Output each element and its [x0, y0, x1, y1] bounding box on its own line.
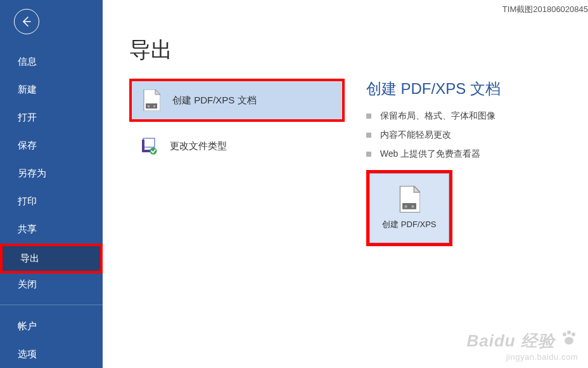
nav-label: 打印 [18, 195, 37, 206]
svg-rect-13 [412, 206, 414, 208]
svg-marker-2 [155, 89, 160, 95]
nav-label: 选项 [18, 348, 37, 359]
nav-label: 导出 [20, 253, 39, 263]
option-label: 创建 PDF/XPS 文档 [172, 95, 257, 107]
page-pdf-icon [141, 88, 162, 113]
bullet-text: 保留布局、格式、字体和图像 [380, 110, 495, 122]
bullet-icon [366, 152, 371, 157]
nav-list: 信息 新建 打开 保存 另存为 打印 共享 导出 关闭 [0, 49, 103, 297]
bullet-icon [366, 133, 371, 138]
nav-label: 关闭 [18, 279, 37, 289]
annotation-highlight: 创建 PDF/XPS 文档 [129, 79, 345, 122]
svg-rect-4 [148, 105, 150, 107]
page-title: 导出 [129, 36, 575, 65]
page-pdf-icon [399, 186, 420, 213]
nav-export[interactable]: 导出 [3, 246, 100, 271]
nav-open[interactable]: 打开 [0, 105, 103, 130]
annotation-highlight: 导出 [0, 244, 103, 273]
nav-separator [0, 305, 103, 305]
window-title: TIM截图201806020845 [502, 3, 588, 16]
create-pdf-xps-button[interactable]: 创建 PDF/XPS [369, 173, 449, 243]
backstage-sidebar: 信息 新建 打开 保存 另存为 打印 共享 导出 关闭 帐户 选项 [0, 0, 103, 368]
bullet-item: 内容不能轻易更改 [366, 126, 575, 145]
svg-rect-12 [405, 206, 407, 208]
svg-rect-3 [146, 103, 157, 108]
nav-label: 共享 [18, 223, 37, 234]
nav-label: 帐户 [18, 320, 37, 331]
bullet-item: 保留布局、格式、字体和图像 [366, 107, 575, 126]
nav-footer-list: 帐户 选项 [0, 314, 103, 367]
nav-share[interactable]: 共享 [0, 217, 103, 242]
back-button[interactable] [14, 9, 39, 34]
bullet-text: 内容不能轻易更改 [380, 129, 451, 141]
bullet-item: Web 上提供了免费查看器 [366, 145, 575, 164]
button-label: 创建 PDF/XPS [382, 219, 436, 230]
main-panel: 导出 创建 PDF/XPS 文档 [103, 0, 588, 368]
option-label: 更改文件类型 [170, 140, 227, 152]
nav-label: 新建 [18, 84, 37, 95]
detail-title: 创建 PDF/XPS 文档 [366, 79, 575, 99]
nav-label: 另存为 [18, 168, 46, 178]
export-options-column: 创建 PDF/XPS 文档 更改文件类型 [129, 79, 345, 166]
arrow-left-icon [20, 15, 33, 28]
nav-label: 信息 [18, 56, 37, 67]
bullet-text: Web 上提供了免费查看器 [380, 148, 480, 160]
svg-rect-11 [402, 203, 416, 209]
nav-label: 保存 [18, 140, 37, 150]
nav-close[interactable]: 关闭 [0, 272, 103, 297]
svg-marker-10 [414, 186, 420, 192]
nav-account[interactable]: 帐户 [0, 314, 103, 339]
nav-new[interactable]: 新建 [0, 77, 103, 102]
export-detail-column: 创建 PDF/XPS 文档 保留布局、格式、字体和图像 内容不能轻易更改 Web… [366, 79, 575, 246]
nav-save-as[interactable]: 另存为 [0, 161, 103, 186]
nav-label: 打开 [18, 112, 37, 122]
svg-rect-6 [143, 138, 155, 147]
nav-options[interactable]: 选项 [0, 342, 103, 367]
bullet-icon [366, 114, 371, 119]
annotation-highlight: 创建 PDF/XPS [366, 170, 452, 246]
nav-save[interactable]: 保存 [0, 133, 103, 158]
option-create-pdf-xps[interactable]: 创建 PDF/XPS 文档 [132, 81, 342, 119]
detail-bullets: 保留布局、格式、字体和图像 内容不能轻易更改 Web 上提供了免费查看器 [366, 107, 575, 164]
nav-print[interactable]: 打印 [0, 189, 103, 214]
nav-info[interactable]: 信息 [0, 49, 103, 74]
option-change-file-type[interactable]: 更改文件类型 [129, 126, 345, 166]
svg-rect-5 [153, 105, 155, 107]
page-change-icon [138, 133, 160, 159]
